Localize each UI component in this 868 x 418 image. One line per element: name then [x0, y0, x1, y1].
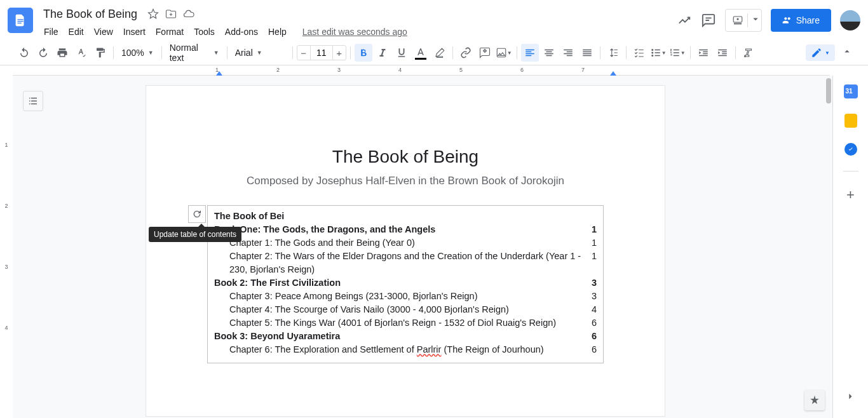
hide-side-panel-button[interactable] — [844, 390, 857, 405]
share-label: Share — [796, 15, 820, 25]
highlight-button[interactable] — [431, 44, 449, 62]
star-icon[interactable] — [147, 8, 159, 20]
menu-file[interactable]: File — [39, 24, 63, 39]
sidebar-separator — [843, 171, 858, 172]
present-button[interactable] — [725, 9, 762, 32]
indent-marker-left[interactable] — [216, 71, 222, 76]
refresh-toc-button[interactable] — [188, 205, 206, 223]
toc-entry[interactable]: Book 3: Beyond Uyarametira6 — [214, 330, 597, 343]
font-size-increase[interactable]: + — [332, 45, 346, 60]
menu-tools[interactable]: Tools — [189, 24, 219, 39]
hide-menus-button[interactable] — [841, 46, 853, 60]
svg-rect-1 — [17, 21, 23, 22]
indent-marker-right[interactable] — [610, 71, 616, 76]
style-select[interactable]: Normal text▼ — [166, 44, 223, 61]
last-edit-link[interactable]: Last edit was seconds ago — [302, 27, 407, 37]
link-button[interactable] — [457, 44, 475, 62]
menu-view[interactable]: View — [90, 24, 118, 39]
print-button[interactable] — [53, 44, 71, 62]
image-insert-button[interactable]: ▼ — [495, 44, 513, 62]
numbered-list-button[interactable]: ▼ — [668, 44, 686, 62]
font-select[interactable]: Arial▼ — [231, 44, 288, 61]
svg-rect-2 — [17, 23, 21, 24]
toc-entry[interactable]: Chapter 6: The Exploration and Settlemen… — [214, 343, 597, 356]
keep-sidebar-icon[interactable] — [844, 114, 857, 128]
bulleted-list-button[interactable]: ▼ — [649, 44, 667, 62]
vertical-ruler[interactable]: 1234 — [0, 76, 13, 418]
scrollbar-thumb[interactable] — [826, 78, 831, 104]
toc-entry[interactable]: Chapter 4: The Scourge of Varis Nailo (3… — [214, 303, 597, 316]
clear-format-button[interactable] — [740, 44, 757, 62]
menu-help[interactable]: Help — [264, 24, 291, 39]
doc-subtitle[interactable]: Composed by Josephus Half-Elven in the B… — [207, 175, 604, 187]
outline-toggle-button[interactable] — [23, 91, 43, 111]
doc-heading-1[interactable]: The Book of Being — [207, 147, 604, 167]
menu-addons[interactable]: Add-ons — [220, 24, 262, 39]
docs-logo[interactable] — [8, 8, 33, 33]
indent-increase-button[interactable] — [714, 44, 731, 62]
line-spacing-button[interactable] — [604, 44, 622, 62]
present-dropdown-icon[interactable] — [747, 13, 759, 27]
comments-icon[interactable] — [701, 13, 716, 28]
editing-mode-button[interactable]: ▼ — [806, 44, 835, 61]
tasks-sidebar-icon[interactable] — [844, 143, 857, 156]
font-size-input[interactable]: 11 — [311, 45, 332, 60]
bold-button[interactable] — [355, 44, 372, 62]
redo-button[interactable] — [34, 44, 52, 62]
toc-entry[interactable]: Book 2: The First Civilization3 — [214, 276, 597, 290]
menu-format[interactable]: Format — [151, 24, 188, 39]
spellcheck-button[interactable] — [72, 44, 90, 62]
font-size-decrease[interactable]: − — [297, 45, 311, 60]
align-center-button[interactable] — [540, 44, 558, 62]
explore-button[interactable] — [804, 390, 825, 410]
activity-icon[interactable] — [677, 13, 692, 28]
svg-rect-0 — [17, 19, 23, 20]
menu-insert[interactable]: Insert — [119, 24, 150, 39]
menu-edit[interactable]: Edit — [64, 24, 88, 39]
calendar-sidebar-icon[interactable] — [844, 84, 858, 98]
toc-entry[interactable]: Chapter 5: The Kings War (4001 of Bjorla… — [214, 316, 597, 330]
zoom-select[interactable]: 100%▼ — [118, 44, 158, 61]
horizontal-ruler[interactable] — [13, 65, 830, 76]
spelling-error[interactable]: Parlrir — [417, 344, 442, 354]
italic-button[interactable] — [374, 44, 391, 62]
doc-title-input[interactable]: The Book of Being — [39, 6, 141, 22]
move-icon[interactable] — [165, 8, 177, 20]
toc-entry[interactable]: Book One: The Gods, the Dragons, and the… — [214, 223, 597, 236]
add-addon-button[interactable]: + — [846, 187, 855, 203]
cloud-status-icon[interactable] — [183, 8, 194, 20]
share-button[interactable]: Share — [771, 9, 831, 32]
svg-point-4 — [651, 52, 653, 54]
table-of-contents[interactable]: The Book of Bei Book One: The Gods, the … — [207, 205, 604, 363]
svg-point-5 — [651, 55, 653, 57]
svg-point-3 — [651, 49, 653, 51]
align-left-button[interactable] — [521, 44, 539, 62]
toc-entry[interactable]: Chapter 1: The Gods and their Being (Yea… — [214, 236, 597, 250]
scrollbar[interactable] — [825, 76, 832, 418]
align-right-button[interactable] — [559, 44, 577, 62]
underline-button[interactable] — [393, 44, 410, 62]
undo-button[interactable] — [15, 44, 33, 62]
toc-entry[interactable]: Chapter 2: The Wars of the Elder Dragons… — [214, 250, 597, 276]
text-color-button[interactable] — [412, 44, 430, 62]
indent-decrease-button[interactable] — [695, 44, 712, 62]
paint-format-button[interactable] — [92, 44, 109, 62]
comment-add-button[interactable] — [476, 44, 494, 62]
checklist-button[interactable] — [630, 44, 648, 62]
document-page[interactable]: The Book of Being Composed by Josephus H… — [146, 86, 665, 416]
toc-entry[interactable]: Chapter 3: Peace Among Beings (231-3000,… — [214, 290, 597, 303]
toc-title[interactable]: The Book of Bei — [214, 210, 597, 223]
account-avatar[interactable] — [840, 10, 860, 30]
refresh-toc-tooltip: Update table of contents — [149, 227, 241, 242]
align-justify-button[interactable] — [578, 44, 596, 62]
